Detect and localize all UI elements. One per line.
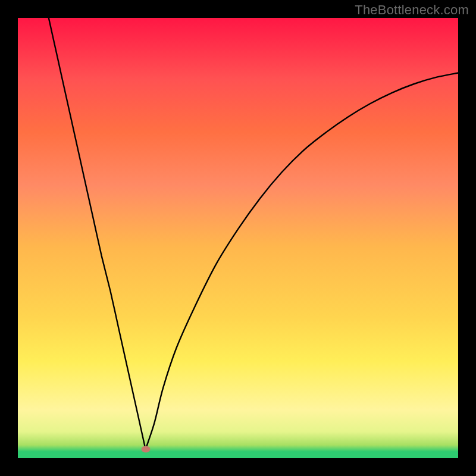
minimum-marker — [141, 446, 150, 453]
bottleneck-curve — [18, 18, 458, 458]
chart-frame: TheBottleneck.com — [0, 0, 476, 476]
watermark-text: TheBottleneck.com — [355, 2, 469, 18]
curve-path — [49, 18, 458, 449]
plot-area — [18, 18, 458, 458]
